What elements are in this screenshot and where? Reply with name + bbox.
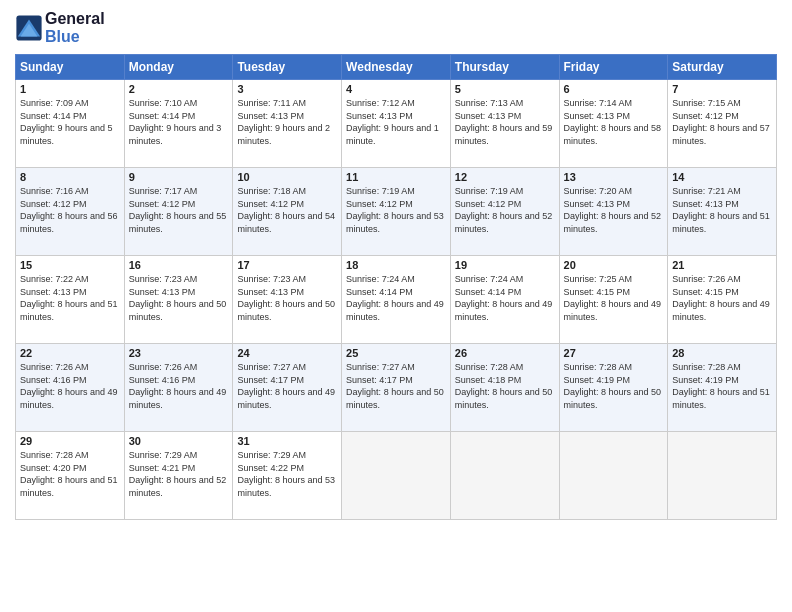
- day-number: 12: [455, 171, 555, 183]
- daylight-hours: Daylight: 8 hours and 51 minutes.: [20, 299, 118, 322]
- sunrise: Sunrise: 7:10 AM: [129, 98, 198, 108]
- sunset: Sunset: 4:14 PM: [20, 111, 87, 121]
- day-number: 20: [564, 259, 664, 271]
- sunset: Sunset: 4:12 PM: [20, 199, 87, 209]
- day-info: Sunrise: 7:26 AM Sunset: 4:16 PM Dayligh…: [129, 361, 229, 411]
- calendar-day-cell: 30 Sunrise: 7:29 AM Sunset: 4:21 PM Dayl…: [124, 432, 233, 520]
- header: General Blue: [15, 10, 777, 46]
- daylight-hours: Daylight: 9 hours and 5 minutes.: [20, 123, 113, 146]
- day-info: Sunrise: 7:11 AM Sunset: 4:13 PM Dayligh…: [237, 97, 337, 147]
- calendar-header-wednesday: Wednesday: [342, 55, 451, 80]
- sunrise: Sunrise: 7:28 AM: [20, 450, 89, 460]
- calendar-day-cell: 19 Sunrise: 7:24 AM Sunset: 4:14 PM Dayl…: [450, 256, 559, 344]
- day-info: Sunrise: 7:29 AM Sunset: 4:22 PM Dayligh…: [237, 449, 337, 499]
- day-number: 19: [455, 259, 555, 271]
- sunset: Sunset: 4:13 PM: [455, 111, 522, 121]
- day-number: 7: [672, 83, 772, 95]
- page: General Blue SundayMondayTuesdayWednesda…: [0, 0, 792, 612]
- sunset: Sunset: 4:17 PM: [237, 375, 304, 385]
- sunrise: Sunrise: 7:18 AM: [237, 186, 306, 196]
- day-number: 3: [237, 83, 337, 95]
- calendar-header-thursday: Thursday: [450, 55, 559, 80]
- day-number: 26: [455, 347, 555, 359]
- calendar-header-saturday: Saturday: [668, 55, 777, 80]
- calendar-day-cell: 6 Sunrise: 7:14 AM Sunset: 4:13 PM Dayli…: [559, 80, 668, 168]
- day-number: 17: [237, 259, 337, 271]
- sunrise: Sunrise: 7:26 AM: [672, 274, 741, 284]
- sunset: Sunset: 4:21 PM: [129, 463, 196, 473]
- sunset: Sunset: 4:15 PM: [564, 287, 631, 297]
- logo-icon: [15, 14, 43, 42]
- day-number: 11: [346, 171, 446, 183]
- day-number: 5: [455, 83, 555, 95]
- day-number: 30: [129, 435, 229, 447]
- day-info: Sunrise: 7:12 AM Sunset: 4:13 PM Dayligh…: [346, 97, 446, 147]
- daylight-hours: Daylight: 8 hours and 52 minutes.: [129, 475, 227, 498]
- daylight-hours: Daylight: 8 hours and 52 minutes.: [455, 211, 553, 234]
- daylight-hours: Daylight: 8 hours and 49 minutes.: [672, 299, 770, 322]
- day-number: 15: [20, 259, 120, 271]
- day-info: Sunrise: 7:28 AM Sunset: 4:19 PM Dayligh…: [564, 361, 664, 411]
- daylight-hours: Daylight: 8 hours and 56 minutes.: [20, 211, 118, 234]
- sunset: Sunset: 4:12 PM: [129, 199, 196, 209]
- calendar-header-monday: Monday: [124, 55, 233, 80]
- sunrise: Sunrise: 7:28 AM: [455, 362, 524, 372]
- calendar-day-cell: 9 Sunrise: 7:17 AM Sunset: 4:12 PM Dayli…: [124, 168, 233, 256]
- calendar-day-cell: 18 Sunrise: 7:24 AM Sunset: 4:14 PM Dayl…: [342, 256, 451, 344]
- sunrise: Sunrise: 7:19 AM: [455, 186, 524, 196]
- sunrise: Sunrise: 7:24 AM: [455, 274, 524, 284]
- calendar-day-cell: 15 Sunrise: 7:22 AM Sunset: 4:13 PM Dayl…: [16, 256, 125, 344]
- day-number: 14: [672, 171, 772, 183]
- calendar-day-cell: 10 Sunrise: 7:18 AM Sunset: 4:12 PM Dayl…: [233, 168, 342, 256]
- sunrise: Sunrise: 7:29 AM: [237, 450, 306, 460]
- calendar-day-cell: 7 Sunrise: 7:15 AM Sunset: 4:12 PM Dayli…: [668, 80, 777, 168]
- calendar-day-cell: [668, 432, 777, 520]
- day-info: Sunrise: 7:26 AM Sunset: 4:15 PM Dayligh…: [672, 273, 772, 323]
- day-number: 2: [129, 83, 229, 95]
- day-number: 1: [20, 83, 120, 95]
- sunset: Sunset: 4:14 PM: [455, 287, 522, 297]
- calendar-day-cell: 5 Sunrise: 7:13 AM Sunset: 4:13 PM Dayli…: [450, 80, 559, 168]
- sunrise: Sunrise: 7:22 AM: [20, 274, 89, 284]
- sunset: Sunset: 4:13 PM: [564, 111, 631, 121]
- sunrise: Sunrise: 7:13 AM: [455, 98, 524, 108]
- calendar-header-tuesday: Tuesday: [233, 55, 342, 80]
- sunrise: Sunrise: 7:23 AM: [237, 274, 306, 284]
- daylight-hours: Daylight: 9 hours and 3 minutes.: [129, 123, 222, 146]
- daylight-hours: Daylight: 8 hours and 49 minutes.: [455, 299, 553, 322]
- sunrise: Sunrise: 7:20 AM: [564, 186, 633, 196]
- day-info: Sunrise: 7:22 AM Sunset: 4:13 PM Dayligh…: [20, 273, 120, 323]
- sunset: Sunset: 4:22 PM: [237, 463, 304, 473]
- calendar-header-row: SundayMondayTuesdayWednesdayThursdayFrid…: [16, 55, 777, 80]
- sunset: Sunset: 4:13 PM: [20, 287, 87, 297]
- day-number: 10: [237, 171, 337, 183]
- daylight-hours: Daylight: 8 hours and 49 minutes.: [564, 299, 662, 322]
- day-number: 24: [237, 347, 337, 359]
- day-number: 28: [672, 347, 772, 359]
- day-info: Sunrise: 7:16 AM Sunset: 4:12 PM Dayligh…: [20, 185, 120, 235]
- sunrise: Sunrise: 7:28 AM: [564, 362, 633, 372]
- sunset: Sunset: 4:16 PM: [129, 375, 196, 385]
- daylight-hours: Daylight: 8 hours and 51 minutes.: [20, 475, 118, 498]
- sunset: Sunset: 4:13 PM: [346, 111, 413, 121]
- sunrise: Sunrise: 7:23 AM: [129, 274, 198, 284]
- day-info: Sunrise: 7:28 AM Sunset: 4:18 PM Dayligh…: [455, 361, 555, 411]
- sunrise: Sunrise: 7:15 AM: [672, 98, 741, 108]
- calendar-day-cell: 27 Sunrise: 7:28 AM Sunset: 4:19 PM Dayl…: [559, 344, 668, 432]
- calendar-week-row: 15 Sunrise: 7:22 AM Sunset: 4:13 PM Dayl…: [16, 256, 777, 344]
- sunrise: Sunrise: 7:24 AM: [346, 274, 415, 284]
- day-info: Sunrise: 7:27 AM Sunset: 4:17 PM Dayligh…: [237, 361, 337, 411]
- sunrise: Sunrise: 7:11 AM: [237, 98, 306, 108]
- daylight-hours: Daylight: 8 hours and 53 minutes.: [237, 475, 335, 498]
- sunset: Sunset: 4:19 PM: [672, 375, 739, 385]
- calendar-day-cell: 1 Sunrise: 7:09 AM Sunset: 4:14 PM Dayli…: [16, 80, 125, 168]
- calendar-day-cell: 11 Sunrise: 7:19 AM Sunset: 4:12 PM Dayl…: [342, 168, 451, 256]
- daylight-hours: Daylight: 8 hours and 50 minutes.: [129, 299, 227, 322]
- daylight-hours: Daylight: 8 hours and 49 minutes.: [20, 387, 118, 410]
- sunrise: Sunrise: 7:26 AM: [129, 362, 198, 372]
- daylight-hours: Daylight: 8 hours and 50 minutes.: [346, 387, 444, 410]
- daylight-hours: Daylight: 8 hours and 55 minutes.: [129, 211, 227, 234]
- calendar-day-cell: 16 Sunrise: 7:23 AM Sunset: 4:13 PM Dayl…: [124, 256, 233, 344]
- day-number: 29: [20, 435, 120, 447]
- day-info: Sunrise: 7:17 AM Sunset: 4:12 PM Dayligh…: [129, 185, 229, 235]
